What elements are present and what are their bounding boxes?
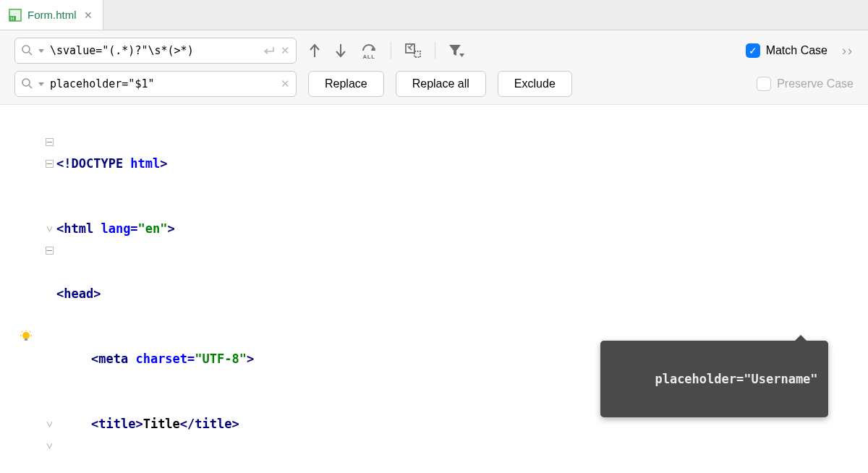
- preserve-case-label: Preserve Case: [777, 77, 854, 90]
- chevron-down-icon[interactable]: [38, 47, 44, 54]
- editor: <!DOCTYPE html> <html lang="en"> <head> …: [0, 105, 868, 466]
- next-match-icon[interactable]: [334, 43, 347, 59]
- svg-point-3: [22, 46, 30, 53]
- find-replace-panel: ✕ ALL ✓ Match Case ››: [0, 30, 868, 105]
- prev-match-icon[interactable]: [308, 43, 321, 59]
- replace-preview-tooltip: placeholder="Username": [600, 341, 828, 417]
- clear-icon[interactable]: ✕: [281, 77, 290, 90]
- svg-point-9: [22, 79, 30, 86]
- code-area[interactable]: <!DOCTYPE html> <html lang="en"> <head> …: [56, 105, 868, 466]
- svg-line-4: [29, 52, 32, 55]
- code-line[interactable]: <html lang="en">: [56, 218, 868, 239]
- clear-icon[interactable]: ✕: [281, 44, 290, 57]
- find-input-box[interactable]: ✕: [14, 38, 297, 64]
- select-occurrences-icon[interactable]: [404, 43, 422, 59]
- editor-tab[interactable]: H Form.html ✕: [0, 0, 103, 30]
- newline-icon[interactable]: [262, 45, 276, 56]
- search-icon: [21, 44, 34, 57]
- select-all-icon[interactable]: ALL: [360, 42, 378, 60]
- replace-input[interactable]: [48, 77, 276, 91]
- replace-button[interactable]: Replace: [308, 71, 384, 97]
- gutter: [0, 105, 56, 466]
- tab-label: Form.html: [27, 9, 77, 21]
- filter-icon[interactable]: [448, 43, 464, 58]
- preserve-case-checkbox[interactable]: [757, 77, 771, 91]
- exclude-button[interactable]: Exclude: [498, 71, 572, 97]
- replace-all-button[interactable]: Replace all: [396, 71, 486, 97]
- intention-bulb-icon[interactable]: [20, 331, 32, 342]
- close-icon[interactable]: ✕: [82, 9, 94, 21]
- more-options-icon[interactable]: ››: [842, 43, 854, 59]
- svg-line-10: [29, 85, 32, 88]
- html-file-icon: H: [9, 9, 22, 22]
- svg-text:H: H: [10, 16, 14, 21]
- match-case-label: Match Case: [766, 44, 827, 57]
- code-line[interactable]: <head>: [56, 283, 868, 304]
- svg-point-17: [22, 332, 30, 339]
- code-line[interactable]: <!DOCTYPE html>: [56, 153, 868, 174]
- divider: [435, 42, 435, 59]
- svg-rect-18: [25, 338, 27, 341]
- find-input[interactable]: [48, 43, 258, 58]
- search-icon: [21, 77, 34, 90]
- replace-input-box[interactable]: ✕: [14, 71, 297, 97]
- tab-bar: H Form.html ✕: [0, 0, 868, 30]
- divider: [391, 42, 391, 59]
- svg-rect-8: [414, 51, 420, 57]
- match-case-checkbox[interactable]: ✓: [746, 43, 760, 58]
- chevron-down-icon[interactable]: [38, 80, 44, 88]
